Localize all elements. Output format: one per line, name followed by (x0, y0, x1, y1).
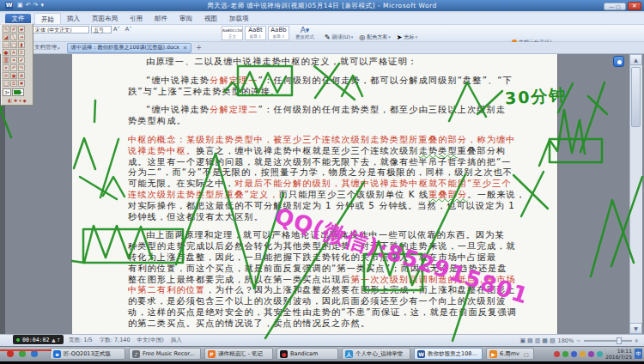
paragraph-2: “缠中说禅走势分解定理一”：任何级别的任何走势，都可以分解成同级别“盘整”、“下… (128, 76, 550, 98)
mini-add-icon[interactable]: ✚ (14, 98, 17, 103)
quicklaunch-start-orb-icon[interactable] (19, 350, 26, 357)
save-tool[interactable]: ▣ (10, 72, 17, 79)
mosaic-tool[interactable]: ▒ (3, 57, 9, 64)
tab-插入[interactable]: 插入 (61, 13, 86, 24)
zoom-slider-thumb[interactable] (617, 337, 622, 344)
clock-time: 19:11 (605, 348, 632, 354)
text-tool[interactable]: A (10, 49, 17, 56)
input-method-icon[interactable] (588, 351, 594, 357)
styles-gallery: AaBbCcDd正文AaBt标题 1AaBb标题 2 (222, 26, 291, 43)
tab-加载项[interactable]: 加载项 (223, 13, 255, 24)
outline-view-icon[interactable]: ▦ (542, 337, 548, 344)
zoom-tool[interactable]: ⊕ (18, 72, 25, 79)
taskbar-clock[interactable]: 19:11 2016/7/25 (605, 348, 632, 360)
clear-tool[interactable]: ⊘ (3, 72, 9, 79)
line-tool[interactable]: ╲ (10, 33, 17, 40)
exit-tool[interactable]: ✖ (18, 80, 25, 87)
cloud-icon[interactable] (580, 351, 586, 357)
tab-视图[interactable]: 视图 (198, 13, 223, 24)
taskbar-button-user-center[interactable]: 人个人中心_说禅学堂 (342, 348, 410, 360)
pen-size-select[interactable]: 3▾ (3, 88, 11, 96)
tab-开始[interactable]: 开始 (34, 13, 61, 24)
window-titlebar[interactable]: W ▣↶↷▾ 周天远-老师 缠中说禅培训(视频)05月14日 [兼容模式] - … (0, 0, 644, 11)
text-line: 说禅走势中枢。换言之，缠中说禅走势中枢就是至少三个连续次级别走势类型重叠部分构 (128, 146, 550, 157)
store-dropdown-icon[interactable]: ▾ (58, 46, 60, 51)
filled-rect-tool[interactable]: ▮ (18, 41, 25, 48)
number-tool[interactable]: ① (18, 49, 25, 56)
store-label[interactable]: 文档管理 (34, 44, 57, 52)
taskbar-button-bandicam[interactable]: ●Bandicam (276, 348, 338, 360)
eraser-tool[interactable]: ◪ (3, 33, 9, 40)
taskbar-button-word-document[interactable]: W教你炒股票之108… (414, 348, 483, 360)
mini-shade-icon[interactable]: ◧ (8, 98, 12, 103)
mini-drop-icon[interactable]: ▾ (19, 98, 21, 103)
rectangle-tool[interactable]: ▭ (3, 41, 9, 48)
grow-font-icon[interactable]: A˄ (113, 26, 120, 33)
text-line: 势类型构成。 (128, 116, 550, 127)
tab-审阅[interactable]: 审阅 (173, 13, 198, 24)
usb-icon[interactable] (597, 351, 603, 357)
ellipse-tool[interactable]: ◯ (10, 41, 17, 48)
zoom-out-button[interactable]: − (576, 337, 580, 344)
cross-tool[interactable]: ✕ (3, 64, 9, 71)
zoom-slider[interactable] (584, 340, 632, 342)
pen-color-select[interactable]: ▾ (12, 88, 24, 96)
style-card-正文[interactable]: AaBbCcDd正文 (222, 26, 243, 40)
scroll-up-arrow[interactable]: ▲ (629, 54, 642, 65)
new-tab-button[interactable]: + (196, 44, 202, 52)
quicklaunch-browser-icon[interactable] (31, 350, 38, 357)
taskbar-button-mv-window[interactable]: ▶6.用mv▢ (486, 348, 534, 360)
tab-close-icon[interactable]: ✕ (183, 45, 187, 52)
palette-grid: ✎✐▰◪╲➔▭◯▮●A①▒✶✔✕↶↷⊘▣⊕▢☰✖ (3, 26, 32, 87)
redo-tool[interactable]: ↷ (18, 64, 25, 71)
font-name-combo[interactable]: 宋体 (中文正文) (33, 26, 89, 33)
quicklaunch-recorder-icon[interactable] (7, 350, 14, 357)
highlighter-tool[interactable]: ▰ (18, 26, 25, 33)
language-indicator[interactable]: 中 (635, 349, 642, 359)
print-layout-view-icon[interactable]: ▣ (519, 337, 526, 344)
style-card-标题 2[interactable]: AaBb标题 2 (268, 26, 289, 40)
taskbar-button-courseware[interactable]: P课件精选汇 - 笔记 (204, 348, 273, 360)
minimize-maximize-buttons[interactable]: — ▢ (604, 3, 626, 10)
annotation-palette: ✎✐▰◪╲➔▭◯▮●A①▒✶✔✕↶↷⊘▣⊕▢☰✖ 3▾ ▾ ◧✚▾◆ (1, 23, 33, 106)
security-icon[interactable] (571, 351, 577, 357)
zoom-in-button[interactable]: + (635, 337, 639, 344)
ribbon-tabs: 开始插入页面布局引用邮件审阅视图加载项 (34, 13, 255, 24)
undo-tool[interactable]: ↶ (10, 64, 17, 71)
text-segment: 分为二”，而“分”不是无限的，按照量子力学，物质之分是有极限的，同样，级别之次也… (128, 167, 513, 177)
brush-tool[interactable]: ✐ (10, 26, 17, 33)
screen: W ▣↶↷▾ 周天远-老师 缠中说禅培训(视频)05月14日 [兼容模式] - … (0, 0, 644, 364)
pen-tool[interactable]: ✎ (3, 26, 9, 33)
fullscreen-view-icon[interactable]: ▤ (527, 337, 533, 344)
mini-shape-icon[interactable]: ◆ (23, 98, 27, 103)
stamp-tool[interactable]: ✶ (10, 57, 17, 64)
filled-ellipse-tool[interactable]: ● (3, 49, 9, 56)
network-icon[interactable] (562, 351, 568, 357)
arrow-tool[interactable]: ➔ (18, 33, 25, 40)
menu-tool[interactable]: ☰ (10, 80, 17, 87)
text-segment: 整在图形上最终都要完成，所以在第一类买点出现后 (128, 275, 351, 284)
draft-view-icon[interactable]: ▧ (550, 337, 556, 344)
taskbar-button-music-recorder[interactable]: ♪Free Music Recor... (129, 348, 201, 360)
volume-icon[interactable] (554, 351, 560, 357)
close-button[interactable]: ✕ (628, 2, 641, 10)
change-styles-button[interactable]: A▾ 更改样式 (295, 26, 314, 43)
text-segment: 换言之，缠中说禅走势中枢就是至少三个连续次级别 (196, 146, 419, 155)
document-tab[interactable]: 缠中说禅：教你炒股票之108课(完整版).docx ✕ (67, 43, 192, 53)
text-segment: 中枢的概念：某级别走势类型中，被至少三个连续次级别走势类型所重叠的部分，称为缠中 (128, 135, 516, 144)
text-segment: 重叠部分 (428, 190, 467, 199)
doc-float-button[interactable] (613, 56, 624, 67)
scroll-down-arrow[interactable]: ▼ (629, 323, 642, 334)
font-size-combo[interactable]: 五号 (91, 26, 112, 33)
scrollbar-thumb[interactable] (631, 67, 641, 127)
tab-页面布局[interactable]: 页面布局 (86, 13, 124, 24)
board-tool[interactable]: ▢ (3, 80, 9, 87)
shrink-font-icon[interactable]: A˅ (125, 26, 132, 33)
taskbar-button-qq-app[interactable]: e匠-QQ2013正式版 (50, 348, 125, 360)
tab-邮件[interactable]: 邮件 (149, 13, 173, 24)
ribbon: 粘贴 宋体 (中文正文) 五号 A˄ A˅ BIUabcx₂x²abA ∷≡≣☰… (0, 25, 644, 42)
check-tool[interactable]: ✔ (18, 57, 25, 64)
style-card-标题 1[interactable]: AaBt标题 1 (245, 26, 266, 40)
tab-引用[interactable]: 引用 (124, 13, 149, 24)
web-layout-view-icon[interactable]: ▥ (535, 337, 541, 344)
